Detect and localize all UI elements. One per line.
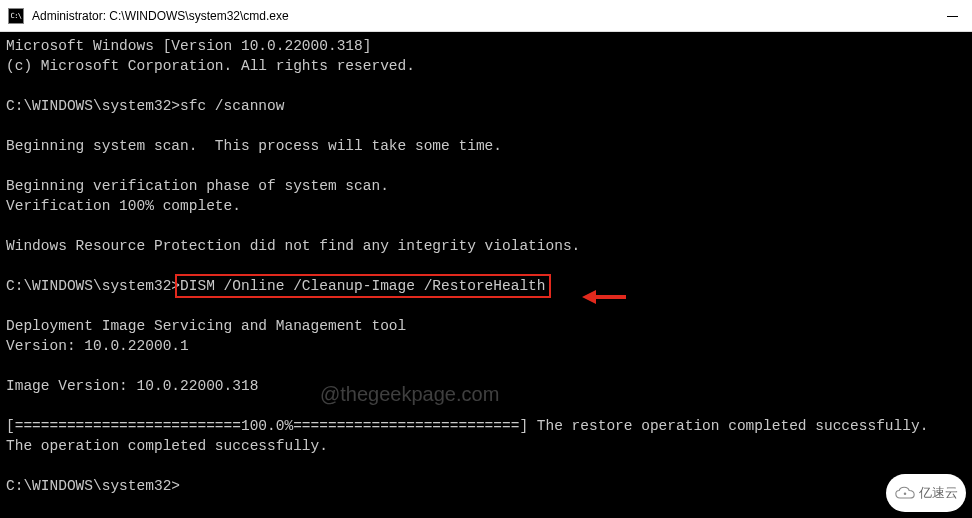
output-line: Verification 100% complete. [6, 198, 241, 214]
prompt-path: C:\WINDOWS\system32> [6, 98, 180, 114]
terminal-output[interactable]: Microsoft Windows [Version 10.0.22000.31… [0, 32, 972, 518]
output-line: Windows Resource Protection did not find… [6, 238, 580, 254]
svg-point-1 [903, 493, 906, 496]
output-line: Image Version: 10.0.22000.318 [6, 378, 258, 394]
output-line: Microsoft Windows [Version 10.0.22000.31… [6, 38, 371, 54]
prompt-path: C:\WINDOWS\system32> [6, 478, 180, 494]
output-line: Beginning system scan. This process will… [6, 138, 502, 154]
highlighted-command: DISM /Online /Cleanup-Image /RestoreHeal… [175, 274, 550, 298]
badge-text: 亿速云 [919, 484, 958, 502]
window-title: Administrator: C:\WINDOWS\system32\cmd.e… [32, 9, 289, 23]
cmd-icon: C:\ [8, 8, 24, 24]
command-text: sfc /scannow [180, 98, 284, 114]
cloud-icon [895, 486, 915, 500]
output-line: [==========================100.0%=======… [6, 418, 928, 434]
output-line: Version: 10.0.22000.1 [6, 338, 189, 354]
minimize-icon [947, 16, 958, 17]
output-line: (c) Microsoft Corporation. All rights re… [6, 58, 415, 74]
cmd-window: C:\ Administrator: C:\WINDOWS\system32\c… [0, 0, 972, 518]
titlebar[interactable]: C:\ Administrator: C:\WINDOWS\system32\c… [0, 0, 972, 32]
vendor-badge: 亿速云 [886, 474, 966, 512]
minimize-button[interactable] [932, 0, 972, 32]
prompt-path: C:\WINDOWS\system32> [6, 278, 180, 294]
output-line: Deployment Image Servicing and Managemen… [6, 318, 406, 334]
output-line: The operation completed successfully. [6, 438, 328, 454]
svg-rect-0 [947, 16, 958, 17]
output-line: Beginning verification phase of system s… [6, 178, 389, 194]
window-controls [932, 0, 972, 32]
watermark-text: @thegeekpage.com [320, 384, 499, 404]
annotation-arrow-icon [582, 287, 628, 307]
